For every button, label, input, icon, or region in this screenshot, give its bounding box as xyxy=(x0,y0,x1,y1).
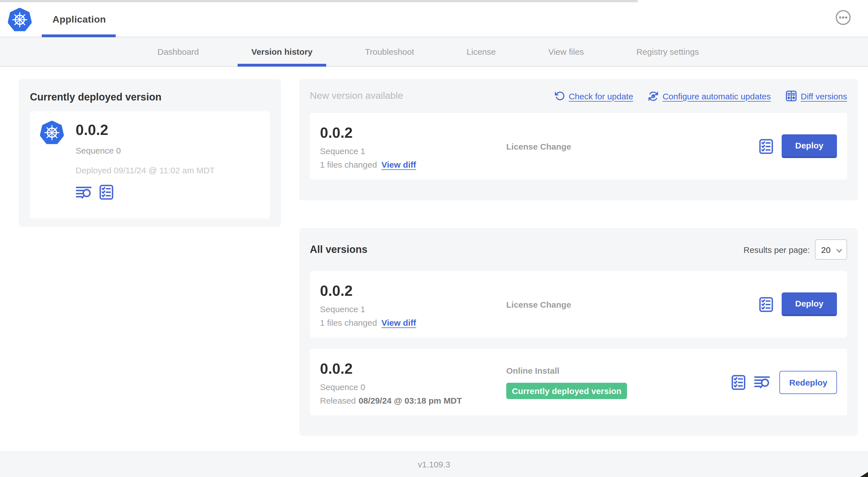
files-changed: 1 files changed xyxy=(320,318,377,327)
app-manager-version: v1.109.3 xyxy=(417,459,450,469)
results-per-page-label: Results per page: xyxy=(744,245,810,254)
all-versions-panel: All versions Results per page: 20 xyxy=(299,228,858,436)
results-per-page-value: 20 xyxy=(821,245,831,254)
deployed-timestamp: Deployed 09/11/24 @ 11:02 am MDT xyxy=(75,166,215,175)
version-number: 0.0.2 xyxy=(320,281,506,299)
logs-icon xyxy=(754,376,771,389)
diff-icon xyxy=(785,90,797,101)
tab-view-files[interactable]: View files xyxy=(535,37,597,66)
deploy-button[interactable]: Deploy xyxy=(782,292,837,316)
version-number: 0.0.2 xyxy=(320,123,506,141)
screenshot-edge-artifact xyxy=(0,0,638,2)
tab-troubleshoot[interactable]: Troubleshoot xyxy=(351,37,428,66)
currently-deployed-badge: Currently deployed version xyxy=(506,383,627,399)
app-subnav: Dashboard Version history Troubleshoot L… xyxy=(0,37,868,67)
version-sequence: Sequence 0 xyxy=(320,382,506,391)
deployed-version-number: 0.0.2 xyxy=(75,121,215,139)
checklist-icon xyxy=(99,185,114,200)
version-source-block: Online Install Currently deployed versio… xyxy=(506,365,732,399)
view-deploy-logs-button[interactable] xyxy=(754,376,771,389)
all-versions-title: All versions xyxy=(310,244,367,256)
version-source: License Change xyxy=(506,299,759,309)
ellipsis-icon xyxy=(835,9,851,25)
checklist-icon xyxy=(759,297,773,312)
preflight-checks-button[interactable] xyxy=(732,375,746,390)
chevron-down-icon xyxy=(836,245,842,254)
version-source: Online Install xyxy=(506,365,732,375)
version-row-deployed: 0.0.2 Sequence 0 Released08/29/24 @ 03:1… xyxy=(310,349,847,415)
version-sequence: Sequence 1 xyxy=(320,304,506,314)
checklist-icon xyxy=(732,375,746,390)
new-version-panel: New version available Check for update xyxy=(299,79,858,200)
view-diff-link[interactable]: View diff xyxy=(381,159,416,169)
refresh-icon xyxy=(555,91,565,101)
new-version-title: New version available xyxy=(310,90,403,101)
released-timestamp: 08/29/24 @ 03:18 pm MDT xyxy=(359,395,462,405)
results-per-page-select[interactable]: 20 xyxy=(815,239,847,260)
redeploy-button[interactable]: Redeploy xyxy=(780,370,837,394)
preflight-checks-button[interactable] xyxy=(99,185,114,200)
deploy-button[interactable]: Deploy xyxy=(782,135,837,158)
view-deploy-logs-button[interactable] xyxy=(75,185,93,199)
cursor-artifact xyxy=(860,472,868,477)
kots-admin-console: Application Dashboard Version history Tr… xyxy=(0,0,868,477)
currently-deployed-card: Currently deployed version xyxy=(19,79,281,227)
version-number: 0.0.2 xyxy=(320,359,506,377)
tab-dashboard[interactable]: Dashboard xyxy=(144,37,213,66)
view-diff-link[interactable]: View diff xyxy=(381,318,416,327)
deployed-sequence: Sequence 0 xyxy=(75,146,215,155)
checklist-icon xyxy=(759,139,773,154)
files-changed: 1 files changed xyxy=(320,159,377,169)
version-history-content: Currently deployed version xyxy=(0,67,868,436)
kubernetes-app-icon xyxy=(40,121,64,145)
app-tab-title[interactable]: Application xyxy=(53,14,106,25)
app-header: Application xyxy=(0,0,868,37)
deployed-version-card: 0.0.2 Sequence 0 Deployed 09/11/24 @ 11:… xyxy=(30,111,270,218)
check-for-update-link[interactable]: Check for update xyxy=(555,91,633,101)
check-for-update-label: Check for update xyxy=(568,91,633,101)
logs-icon xyxy=(75,185,93,199)
tab-version-history[interactable]: Version history xyxy=(238,37,326,66)
diff-versions-link[interactable]: Diff versions xyxy=(785,90,847,101)
more-menu-button[interactable] xyxy=(835,9,851,25)
configure-automatic-updates-link[interactable]: Configure automatic updates xyxy=(648,91,771,101)
new-version-row: 0.0.2 Sequence 1 1 files changed View di… xyxy=(310,113,847,180)
clock-refresh-icon xyxy=(648,91,659,101)
app-footer: v1.109.3 xyxy=(0,451,868,477)
preflight-checks-button[interactable] xyxy=(759,139,773,154)
deployed-card-title: Currently deployed version xyxy=(30,91,270,103)
released-label: Released xyxy=(320,395,356,405)
version-source: License Change xyxy=(506,141,759,151)
version-sequence: Sequence 1 xyxy=(320,146,506,155)
tab-license[interactable]: License xyxy=(453,37,509,66)
preflight-checks-button[interactable] xyxy=(759,297,773,312)
version-row: 0.0.2 Sequence 1 1 files changed View di… xyxy=(310,271,847,337)
kubernetes-logo-icon xyxy=(8,8,32,31)
active-app-tab-underline xyxy=(42,34,116,37)
version-history-column: New version available Check for update xyxy=(299,79,858,436)
tab-registry-settings[interactable]: Registry settings xyxy=(623,37,713,66)
configure-automatic-updates-label: Configure automatic updates xyxy=(662,91,771,101)
diff-versions-label: Diff versions xyxy=(801,91,847,101)
